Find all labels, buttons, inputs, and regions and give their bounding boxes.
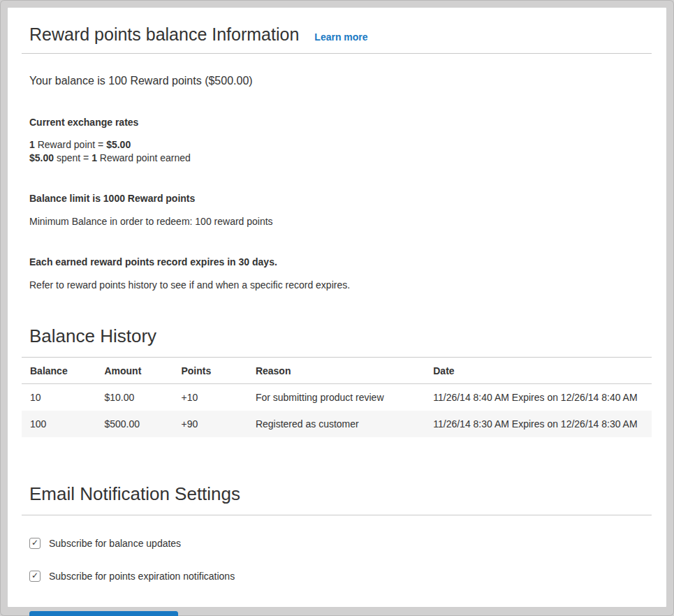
cell-points: +90 xyxy=(173,411,247,437)
rate-spend-line: $5.00 spent = 1 Reward point earned xyxy=(29,152,191,163)
minimum-balance-note: Minimum Balance in order to redeem: 100 … xyxy=(29,215,652,228)
rate-spend-text: spent = xyxy=(54,152,91,163)
balance-limit-heading: Balance limit is 1000 Reward points xyxy=(29,193,652,204)
checkmark-icon: ✓ xyxy=(31,571,38,580)
cell-reason: For submitting product review xyxy=(247,384,425,411)
rate-earn-text: Reward point = xyxy=(35,139,106,150)
page-header: Reward points balance Information Learn … xyxy=(22,17,652,54)
balance-history-table: Balance Amount Points Reason Date 10 $10… xyxy=(22,358,652,437)
rate-spend-tail: Reward point earned xyxy=(97,152,191,163)
cell-date: 11/26/14 8:30 AM Expires on 12/26/14 8:3… xyxy=(425,411,652,437)
balance-summary: Your balance is 100 Reward points ($500.… xyxy=(29,73,652,89)
cell-points: +10 xyxy=(173,384,247,411)
cell-amount: $500.00 xyxy=(96,411,173,437)
column-header-date: Date xyxy=(425,358,652,384)
email-settings-heading: Email Notification Settings xyxy=(22,483,652,515)
balance-history-heading: Balance History xyxy=(22,325,652,358)
learn-more-link[interactable]: Learn more xyxy=(314,31,367,43)
subscribe-expiration-notifications-option[interactable]: ✓ Subscribe for points expiration notifi… xyxy=(22,571,652,582)
cell-balance: 100 xyxy=(22,411,96,437)
exchange-rates-heading: Current exchange rates xyxy=(29,117,652,128)
column-header-amount: Amount xyxy=(96,358,173,384)
expiration-note: Refer to reward points history to see if… xyxy=(29,279,652,292)
rate-earn-amount: $5.00 xyxy=(106,139,131,150)
rate-spend-amount: $5.00 xyxy=(29,152,54,163)
cell-date: 11/26/14 8:40 AM Expires on 12/26/14 8:4… xyxy=(425,384,652,411)
rate-earn-line: 1 Reward point = $5.00 xyxy=(29,139,131,150)
subscribe-balance-updates-option[interactable]: ✓ Subscribe for balance updates xyxy=(22,538,652,549)
subscribe-expiration-notifications-checkbox[interactable]: ✓ xyxy=(29,571,41,582)
page-title: Reward points balance Information xyxy=(29,24,299,45)
table-row: 100 $500.00 +90 Registered as customer 1… xyxy=(22,411,652,437)
column-header-balance: Balance xyxy=(22,358,96,384)
checkbox-label: Subscribe for points expiration notifica… xyxy=(49,571,235,582)
checkbox-label: Subscribe for balance updates xyxy=(49,538,181,549)
cell-amount: $10.00 xyxy=(96,384,173,411)
email-notification-section: Email Notification Settings ✓ Subscribe … xyxy=(22,483,652,616)
cell-balance: 10 xyxy=(22,384,96,411)
cell-reason: Registered as customer xyxy=(247,411,425,437)
column-header-reason: Reason xyxy=(247,358,425,384)
expiration-heading: Each earned reward points record expires… xyxy=(29,256,652,267)
column-header-points: Points xyxy=(173,358,247,384)
table-header-row: Balance Amount Points Reason Date xyxy=(22,358,652,384)
subscribe-balance-updates-checkbox[interactable]: ✓ xyxy=(29,538,41,549)
reward-points-panel: Reward points balance Information Learn … xyxy=(8,8,666,607)
exchange-rate-lines: 1 Reward point = $5.00 $5.00 spent = 1 R… xyxy=(29,138,652,165)
checkmark-icon: ✓ xyxy=(31,538,38,547)
rate-spend-points: 1 xyxy=(91,152,97,163)
balance-info-section: Your balance is 100 Reward points ($500.… xyxy=(22,73,652,292)
rate-earn-points: 1 xyxy=(29,139,35,150)
balance-history-section: Balance History Balance Amount Points Re… xyxy=(22,325,652,437)
save-subscription-settings-button[interactable]: Save Subscription Settings xyxy=(29,611,178,616)
table-row: 10 $10.00 +10 For submitting product rev… xyxy=(22,384,652,411)
